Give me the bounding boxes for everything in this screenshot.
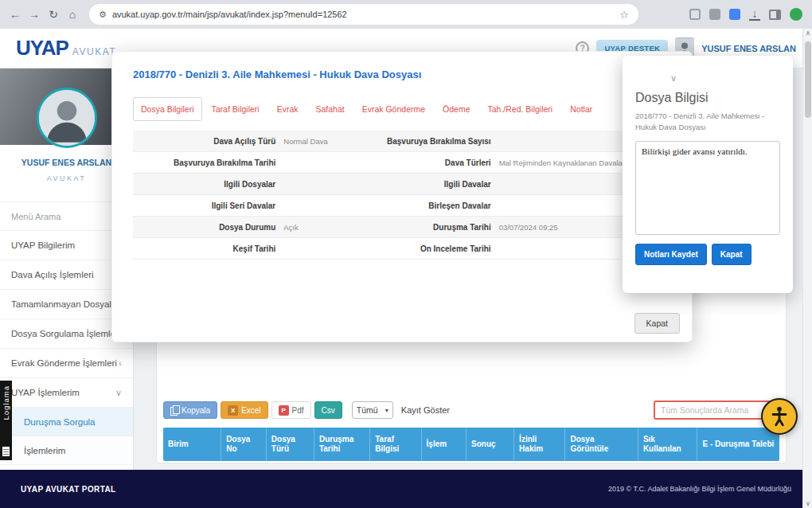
footer-copyright: 2019 © T.C. Adalet Bakanlığı Bilgi İşlem… <box>608 485 791 493</box>
logo-secondary-text: AVUKAT <box>72 46 116 57</box>
info-row: Başvuruya Bırakılma Tarihi Dava Türleri … <box>133 152 671 174</box>
column-header-durusma-tarihi[interactable]: Duruşma Tarihi <box>314 428 370 461</box>
csv-button[interactable]: Csv <box>314 401 342 419</box>
forward-icon[interactable]: → <box>29 9 40 20</box>
sidebar-item-label: UYAP İşlemlerim <box>11 388 80 397</box>
info-row: İlgili Seri Davalar Birleşen Davalar <box>133 195 671 217</box>
accessibility-button[interactable] <box>761 398 798 435</box>
sidebar-item-uyap-islemlerim[interactable]: UYAP İşlemlerim ∨ <box>0 378 133 408</box>
copy-icon <box>170 405 178 415</box>
note-textarea[interactable]: Bilirkişi gider avansı yatırıldı. <box>635 141 780 235</box>
sidebar-item-label: UYAP Bilgilerim <box>11 240 75 250</box>
page-scrollbar[interactable]: ∧ ∨ <box>802 29 812 508</box>
tab-evrak[interactable]: Evrak <box>269 97 306 121</box>
site-settings-icon[interactable]: ⚙ <box>99 10 107 20</box>
excel-button[interactable]: X Excel <box>221 401 267 419</box>
pdf-button[interactable]: P Pdf <box>271 401 311 419</box>
extension-icon-2[interactable] <box>709 9 720 20</box>
back-icon[interactable]: ← <box>10 9 21 20</box>
scrollbar-thumb[interactable] <box>805 41 811 118</box>
info-label: İlgili Dosyalar <box>133 180 283 189</box>
sidebar-subitem-durusma-sorgula[interactable]: Duruşma Sorgula <box>0 408 133 436</box>
sidebar-item-label: Dava Açılış İşlemleri <box>11 270 94 279</box>
column-header-dosya-no[interactable]: Dosya No <box>221 428 266 461</box>
column-header-e-durusma-talebi[interactable]: E - Duruşma Talebi <box>697 428 779 461</box>
info-row: Dava Açılış Türü Normal Dava Başvuruya B… <box>133 131 671 152</box>
column-header-sonuc[interactable]: Sonuç <box>467 428 514 461</box>
footer-portal-label: UYAP AVUKAT PORTAL <box>21 485 116 494</box>
tab-safahat[interactable]: Safahat <box>307 97 352 121</box>
bookmark-star-icon[interactable]: ☆ <box>619 9 629 21</box>
dialog-tabs: Dosya Bilgileri Taraf Bilgileri Evrak Sa… <box>133 97 671 121</box>
info-label: Başvuruya Bırakılma Tarihi <box>133 158 283 167</box>
loglama-label: Loglama <box>2 385 10 420</box>
column-header-taraf-bilgisi[interactable]: Taraf Bilgisi <box>370 428 421 461</box>
browser-profile-icon[interactable] <box>790 8 802 21</box>
tab-dosya-bilgileri[interactable]: Dosya Bilgileri <box>133 97 202 121</box>
tab-taraf-bilgileri[interactable]: Taraf Bilgileri <box>204 97 267 121</box>
url-text: avukat.uyap.gov.tr/main/jsp/avukat/index… <box>112 10 614 19</box>
home-icon[interactable]: ⌂ <box>67 9 78 20</box>
download-icon[interactable]: ↓ <box>749 8 760 21</box>
panel-collapse-icon[interactable]: ∨ <box>670 73 677 84</box>
column-header-dosya-turu[interactable]: Dosya Türü <box>267 428 314 461</box>
copy-button[interactable]: Kopyala <box>163 401 217 419</box>
sidebar-item-evrak-gonderme-islemleri[interactable]: Evrak Gönderme İşlemleri ‹ <box>0 349 133 378</box>
dialog-close-button[interactable]: Kapat <box>634 313 680 334</box>
page-size-select[interactable]: Tümü ▾ <box>352 401 393 419</box>
copy-label: Kopyala <box>182 406 210 415</box>
reload-icon[interactable]: ↻ <box>48 9 59 20</box>
tab-evrak-gonderme[interactable]: Evrak Gönderme <box>354 97 433 121</box>
dosya-bilgisi-panel: ∨ Dosya Bilgisi 2018/770 - Denizli 3. Ai… <box>623 56 793 293</box>
sidebar-item-label: Tamamlanmayan Dosyalar <box>11 299 119 309</box>
extension-icon-3[interactable] <box>729 9 740 20</box>
info-value: Açık <box>283 223 385 232</box>
sidebar-subitem-islemlerim[interactable]: İşlemlerim <box>0 436 133 465</box>
profile-photo <box>37 88 97 148</box>
logo-primary-text: UYAP <box>16 36 68 61</box>
results-table-header: Birim Dosya No Dosya Türü Duruşma Tarihi… <box>163 428 779 461</box>
info-label: Başvuruya Bırakılma Sayısı <box>386 137 499 146</box>
column-header-sik-kullanilan[interactable]: Sık Kullanılan <box>638 428 698 461</box>
loglama-list-icon <box>2 447 10 456</box>
column-header-izinli-hakim[interactable]: İzinli Hakim <box>514 428 565 461</box>
tab-tah-red-bilgileri[interactable]: Tah./Red. Bilgileri <box>480 97 561 121</box>
sidebar-subitem-label: İşlemlerim <box>24 446 65 455</box>
scroll-up-icon[interactable]: ∧ <box>803 29 812 37</box>
footer: UYAP AVUKAT PORTAL 2019 © T.C. Adalet Ba… <box>0 470 812 508</box>
info-row: Dosya Durumu Açık Duruşma Tarihi 03/07/2… <box>133 217 671 238</box>
tab-odeme[interactable]: Ödeme <box>435 97 478 121</box>
chevron-left-icon: ‹ <box>119 358 122 368</box>
info-label: Dosya Durumu <box>133 223 283 232</box>
csv-label: Csv <box>322 406 335 415</box>
user-name[interactable]: YUSUF ENES ARSLAN <box>701 44 796 53</box>
accessibility-icon <box>767 404 791 428</box>
column-header-birim[interactable]: Birim <box>163 428 221 461</box>
scroll-down-icon[interactable]: ∨ <box>803 500 812 507</box>
dialog-title: 2018/770 - Denizli 3. Aile Mahkemesi - H… <box>112 52 692 80</box>
column-header-islem[interactable]: İşlem <box>422 428 467 461</box>
extension-icon-1[interactable] <box>689 9 701 20</box>
panel-buttons: Notları Kaydet Kapat <box>635 244 780 265</box>
info-label: Dava Açılış Türü <box>133 137 283 146</box>
info-label: Birleşen Davalar <box>386 201 499 210</box>
save-notes-button[interactable]: Notları Kaydet <box>635 244 707 265</box>
panel-close-button[interactable]: Kapat <box>712 244 751 265</box>
excel-label: Excel <box>241 406 260 415</box>
panel-subtitle: 2018/770 - Denizli 3. Aile Mahkemesi - H… <box>635 111 780 134</box>
info-label: İlgili Seri Davalar <box>133 201 283 210</box>
side-panel-icon[interactable] <box>769 10 781 20</box>
info-value: Normal Dava <box>283 137 385 146</box>
records-label: Kayıt Göster <box>401 405 450 415</box>
info-label: Ön İnceleme Tarihi <box>386 244 499 253</box>
page-size-value: Tümü <box>357 405 378 415</box>
info-row: İlgili Dosyalar İlgili Davalar <box>133 174 671 195</box>
uyap-logo[interactable]: UYAP AVUKAT <box>16 36 116 61</box>
pdf-label: Pdf <box>292 406 304 415</box>
tab-notlar[interactable]: Notlar <box>562 97 600 121</box>
panel-title: Dosya Bilgisi <box>635 91 780 105</box>
column-header-dosya-goruntule[interactable]: Dosya Görüntüle <box>565 428 638 461</box>
address-bar[interactable]: ⚙ avukat.uyap.gov.tr/main/jsp/avukat/ind… <box>89 4 638 25</box>
loglama-tab[interactable]: Loglama <box>0 381 12 460</box>
chevron-down-icon: ∨ <box>115 388 122 398</box>
